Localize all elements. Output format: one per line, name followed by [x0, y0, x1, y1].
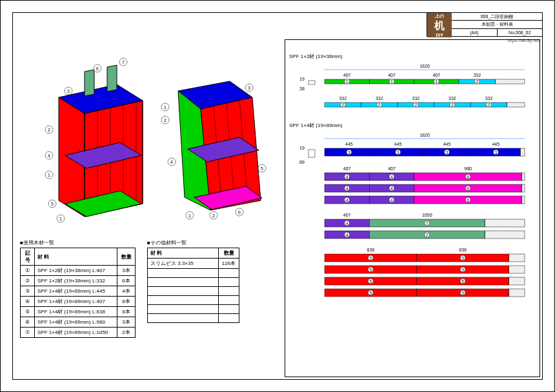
- svg-text:5: 5: [461, 268, 464, 272]
- svg-text:407: 407: [343, 213, 351, 217]
- table-row: ⑤SPF 1×4材 (19×89mm) L:8388本: [21, 307, 136, 317]
- svg-rect-149: [522, 196, 525, 204]
- svg-text:4: 4: [346, 198, 348, 202]
- svg-text:3: 3: [446, 150, 449, 155]
- svg-text:407: 407: [388, 166, 396, 171]
- svg-text:5: 5: [261, 166, 263, 171]
- svg-text:445: 445: [443, 142, 451, 146]
- svg-text:5: 5: [369, 291, 372, 295]
- svg-text:1: 1: [164, 105, 166, 110]
- svg-text:7: 7: [426, 233, 429, 237]
- project-name: 008_二段収納棚: [452, 13, 542, 20]
- material-cell: [148, 287, 219, 296]
- svg-text:3: 3: [348, 150, 350, 155]
- wood-table-title: ■使用木材一覧: [20, 239, 136, 246]
- code-cell: ⑤: [21, 307, 35, 317]
- svg-text:407: 407: [343, 166, 351, 171]
- svg-text:4: 4: [346, 186, 348, 191]
- svg-text:6: 6: [238, 210, 241, 215]
- cut-section-1-title: SPF 1×2材 (19×38mm): [289, 53, 536, 60]
- svg-rect-158: [485, 219, 525, 227]
- material-cell: SPF 1×4材 (19×89mm) L:1050: [35, 328, 117, 338]
- svg-marker-11: [107, 65, 117, 92]
- svg-text:4: 4: [346, 221, 348, 226]
- qty-cell: [219, 287, 239, 296]
- qty-cell: 3本: [117, 266, 136, 276]
- svg-text:332: 332: [376, 96, 383, 101]
- qty-cell: 8本: [117, 307, 136, 317]
- logo-top: 上の: [435, 13, 444, 19]
- material-cell: スリムビス 3.3×35: [148, 259, 219, 269]
- code-cell: ⑦: [21, 328, 35, 338]
- svg-rect-174: [509, 254, 525, 262]
- code-cell: ⑥: [21, 317, 35, 328]
- svg-text:5: 5: [51, 202, 54, 206]
- table-row: [148, 269, 239, 278]
- logo-bottom: DIY: [436, 33, 443, 37]
- qty-cell: [219, 314, 239, 323]
- svg-text:7: 7: [426, 221, 429, 226]
- code-cell: ④: [21, 297, 35, 307]
- svg-text:445: 445: [345, 142, 353, 146]
- svg-text:5: 5: [369, 256, 372, 260]
- material-cell: [148, 314, 219, 323]
- svg-rect-52: [308, 81, 315, 84]
- isometric-views: 6 7 3 4 1 5 1 2 3 1 2 4 5 1 2 6: [26, 46, 272, 226]
- svg-text:5: 5: [369, 268, 372, 272]
- qty-cell: 4本: [117, 286, 136, 297]
- code-cell: ②: [21, 276, 35, 286]
- drawing-page: 上の 机 DIY 008_二段収納棚 木取図・材料表 (A4) No.008_0…: [0, 0, 555, 392]
- svg-text:980: 980: [464, 166, 472, 171]
- cut-svg-1x2: 19 3818201407140714072332233223322332233…: [289, 61, 534, 118]
- material-cell: SPF 1×4材 (19×89mm) L:980: [35, 317, 117, 328]
- svg-text:6: 6: [467, 198, 469, 202]
- table-row: ⑥SPF 1×4材 (19×89mm) L:9803本: [21, 317, 136, 328]
- svg-text:2: 2: [378, 103, 381, 107]
- wood-th-material: 材 料: [35, 248, 117, 266]
- svg-text:332: 332: [449, 96, 456, 101]
- svg-text:3: 3: [494, 150, 497, 155]
- svg-text:2: 2: [476, 79, 478, 84]
- qty-cell: [219, 296, 239, 305]
- table-row: ②SPF 1×2材 (19×38mm) L:3326本: [21, 276, 136, 286]
- svg-text:2: 2: [48, 128, 50, 132]
- material-cell: SPF 1×4材 (19×89mm) L:445: [35, 286, 117, 297]
- table-row: ③SPF 1×4材 (19×89mm) L:4454本: [21, 286, 136, 297]
- svg-text:1: 1: [346, 79, 348, 84]
- wood-table-wrap: ■使用木材一覧 記号 材 料 数量 ①SPF 1×2材 (19×38mm) L:…: [20, 239, 136, 338]
- qty-cell: 3本: [117, 317, 136, 328]
- svg-text:89: 89: [299, 160, 305, 164]
- cut-diagrams: SPF 1×2材 (19×38mm) 19 381820140714071407…: [285, 39, 540, 377]
- title-cells: 008_二段収納棚 木取図・材料表 (A4) No.008_02: [452, 13, 542, 36]
- svg-text:407: 407: [432, 73, 440, 77]
- svg-text:4: 4: [390, 186, 393, 191]
- svg-text:332: 332: [473, 73, 481, 77]
- svg-rect-181: [509, 266, 525, 273]
- svg-text:3: 3: [248, 86, 250, 90]
- material-tables: ■使用木材一覧 記号 材 料 数量 ①SPF 1×2材 (19×38mm) L:…: [20, 239, 239, 338]
- svg-text:6: 6: [96, 66, 99, 71]
- qty-cell: [219, 269, 239, 278]
- svg-rect-73: [496, 79, 525, 84]
- svg-rect-95: [308, 150, 315, 157]
- material-cell: SPF 1×4材 (19×89mm) L:407: [35, 297, 117, 307]
- wood-th-qty: 数量: [117, 248, 136, 266]
- svg-text:332: 332: [339, 96, 347, 101]
- svg-text:838: 838: [367, 248, 375, 252]
- svg-text:4: 4: [48, 153, 50, 158]
- svg-text:2: 2: [341, 103, 344, 107]
- svg-text:5: 5: [461, 256, 464, 260]
- logo-kanji: 机: [434, 19, 445, 33]
- table-row: ④SPF 1×4材 (19×89mm) L:4078本: [21, 297, 136, 307]
- svg-text:5: 5: [461, 279, 464, 284]
- svg-text:1: 1: [390, 79, 393, 84]
- qty-cell: [219, 305, 239, 314]
- svg-text:1: 1: [59, 217, 62, 221]
- table-row: [148, 314, 239, 323]
- svg-text:1820: 1820: [419, 133, 430, 137]
- drawing-number: No.008_02: [498, 29, 543, 36]
- material-cell: [148, 305, 219, 314]
- table-row: [148, 278, 239, 287]
- code-cell: ③: [21, 286, 35, 297]
- svg-text:38: 38: [299, 86, 305, 91]
